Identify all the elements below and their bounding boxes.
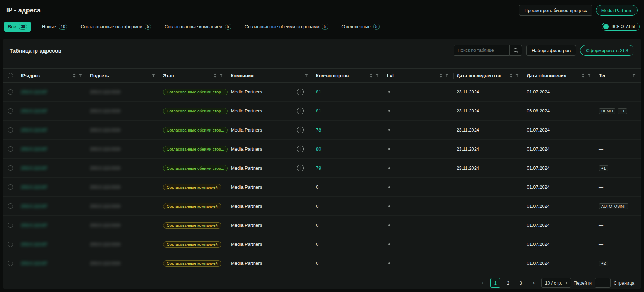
tab-0[interactable]: Все30 [4,22,31,32]
filter-icon[interactable] [219,74,223,78]
tab-5[interactable]: Отклоненные5 [340,22,382,32]
sort-icon[interactable] [582,73,585,78]
view-business-process-button[interactable]: Просмотреть бизнес-процесс [519,5,592,16]
row-checkbox[interactable] [8,261,13,266]
row-checkbox[interactable] [8,203,13,209]
updated-cell: 01.07.2024 [524,121,596,139]
ports-count: 81 [316,108,321,114]
add-icon[interactable] [297,164,304,172]
last-scan-date: 23.11.2024 [457,108,479,114]
toggle-label: ВСЕ ЭТАПЫ [612,24,635,29]
filter-icon[interactable] [515,74,519,78]
updated-cell: 01.07.2024 [524,178,596,196]
updated-date: 01.07.2024 [527,146,550,152]
tab-label: Все [8,24,16,29]
add-icon[interactable] [297,126,304,134]
last-scan-cell [454,235,524,254]
all-stages-toggle[interactable]: ВСЕ ЭТАПЫ [602,23,640,31]
lvl-indicator-dot [388,224,390,226]
tag-chip: AUTO_OSINT [599,203,628,209]
sort-icon[interactable] [370,73,373,78]
search-input[interactable] [454,45,509,56]
updated-date: 01.07.2024 [527,165,550,171]
tab-label: Новые [42,24,56,29]
filter-icon[interactable] [632,74,636,78]
company-name: Media Partners [231,223,262,228]
tab-2[interactable]: Согласованные платформой5 [78,22,153,32]
tab-3[interactable]: Согласованные компанией5 [162,22,233,32]
sort-icon[interactable] [73,73,76,78]
ip-address-redacted: 203.0.113.87 [21,223,47,228]
next-page-button[interactable]: › [529,278,538,288]
org-badge[interactable]: Media Partners [596,5,638,16]
page-button-3[interactable]: 3 [516,278,526,288]
row-checkbox[interactable] [8,108,13,114]
ports-cell: 78 [313,121,384,139]
add-icon[interactable] [297,107,304,115]
filter-icon[interactable] [587,74,591,78]
column-controls [367,73,381,78]
tab-label: Отклоненные [342,24,371,29]
column-controls [579,73,593,78]
select-all-cell [3,69,18,82]
filter-sets-button[interactable]: Наборы фильтров [526,45,576,56]
ip-cell: 203.0.113.87 [18,216,87,235]
filter-icon[interactable] [78,74,82,78]
sort-icon[interactable] [214,73,217,78]
empty-tag-dash: — [599,223,603,228]
page-button-1[interactable]: 1 [490,278,500,288]
row-checkbox[interactable] [8,165,13,171]
table-row: 203.0.113.87203.0.113.0/24Согласованные … [3,102,641,121]
table-row: 203.0.113.87203.0.113.0/24Согласованные … [3,178,641,197]
prev-page-button[interactable]: ‹ [478,278,488,288]
row-checkbox[interactable] [8,242,13,247]
row-checkbox[interactable] [8,127,13,133]
updated-date: 01.07.2024 [527,223,550,228]
sort-icon[interactable] [439,73,442,78]
ip-address-redacted: 203.0.113.87 [21,184,47,190]
ports-count: 0 [316,223,318,228]
tags-cell: — [596,140,641,158]
filter-icon[interactable] [445,74,449,78]
ports-count: 0 [316,184,318,190]
column-header-5: Lvl [384,69,454,82]
lvl-indicator-dot [388,167,390,169]
search-button[interactable] [509,45,522,56]
tab-4[interactable]: Согласованные обеими сторонами5 [243,22,330,32]
filter-icon[interactable] [375,74,379,78]
tag-chip: +1 [618,108,627,114]
stage-badge: Согласованные обеими стор... [163,146,228,152]
filter-icon[interactable] [151,74,155,78]
table-title: Таблица ip-адресов [10,48,61,54]
ports-cell: 0 [313,235,384,254]
filter-icon[interactable] [304,74,308,78]
add-icon[interactable] [297,145,304,153]
row-checkbox[interactable] [8,223,13,228]
page-button-2[interactable]: 2 [503,278,513,288]
row-checkbox[interactable] [8,146,13,152]
tab-count-badge: 5 [373,24,380,30]
jump-page-input[interactable] [595,278,611,288]
empty-tag-dash: — [599,242,603,247]
export-xls-button[interactable]: Сформировать XLS [580,45,634,56]
column-header-3: Компания [228,69,313,82]
stage-cell: Согласованные компанией [160,197,228,215]
row-checkbox[interactable] [8,184,13,190]
add-icon[interactable] [297,88,304,96]
tab-1[interactable]: Новые10 [40,22,69,32]
ports-count: 78 [316,127,321,133]
stage-badge: Согласованные обеими стор... [163,127,228,133]
row-checkbox[interactable] [8,89,13,95]
company-cell: Media Partners [228,83,313,101]
page-size-select[interactable]: 10 / стр.▾ [541,278,571,288]
select-all-checkbox[interactable] [8,73,13,78]
stage-cell: Согласованные компанией [160,178,228,196]
sort-icon[interactable] [509,73,513,78]
company-cell: Media Partners [228,216,313,235]
lvl-cell [384,197,454,215]
column-header-7: Дата обновления [524,69,596,82]
column-label: Lvl [387,73,394,78]
stage-truncation-dots: .. [229,168,232,172]
last-scan-cell: 23.11.2024 [454,159,524,177]
column-label: Компания [231,73,254,78]
